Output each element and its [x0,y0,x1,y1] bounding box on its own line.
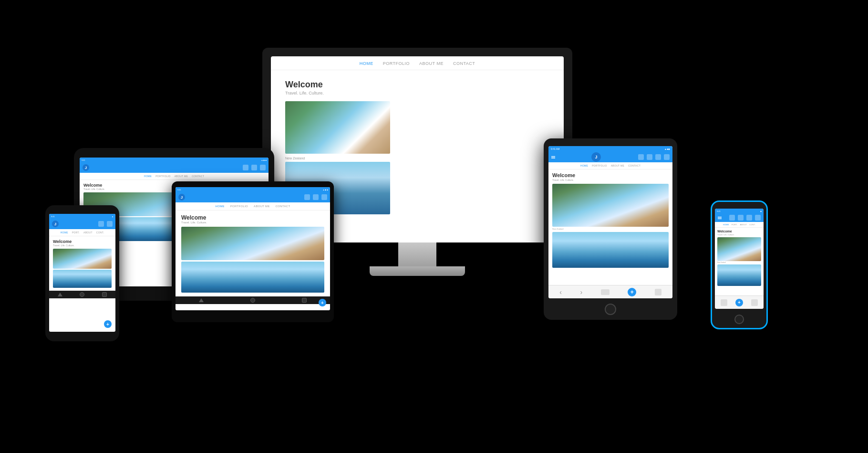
ipad-browser-bar: ‹ › + [548,285,672,298]
an-nav-home[interactable]: HOME [61,231,68,234]
ipad-more-btn[interactable] [664,154,670,160]
ipad-nav-portfolio[interactable]: PORTFOLIO [592,164,607,167]
tl-nav-portfolio[interactable]: PORTFOLIO [155,175,171,178]
iphone: 9:41 ◆ HOME PORT. [711,200,768,329]
ipad-grid-btn[interactable] [655,154,661,160]
ipad-screen-icon[interactable] [601,289,610,295]
android-status-time: 9:41 [51,215,55,218]
tablet-large-toolbar: J [80,162,269,173]
android-share-btn[interactable] [98,221,104,227]
ipad-img-2 [552,232,669,268]
tm-app-icon: J [178,194,185,200]
iphone-home-button[interactable] [734,315,744,324]
tm-img-1 [181,227,324,260]
tablet-medium-fab[interactable]: + [319,299,326,306]
iphone-nav-home[interactable]: HOME [723,223,729,226]
tm-nav-contact[interactable]: CONTACT [276,205,290,208]
iphone-hamburger-icon[interactable] [718,217,722,219]
iphone-content: Welcome Travel. Life. Culture. New Zeala… [715,228,764,288]
tm-menu-btn[interactable] [313,194,319,200]
tablet-medium-content: Welcome Travel. Life. Culture. [176,211,330,296]
scene: HOME PORTFOLIO ABOUT ME CONTACT Welcome … [0,0,868,453]
toolbar-grid-btn[interactable] [260,165,266,170]
android-toolbar: J [49,219,115,229]
iphone-tab2-btn[interactable] [738,215,744,221]
home-btn[interactable] [250,298,255,303]
iphone-add-btn[interactable]: + [735,299,743,306]
an-nav-about[interactable]: ABOUT [83,231,93,234]
android-status-bar: 9:41 ▲ [49,214,115,219]
tablet-medium-bottom-nav [176,296,330,304]
ipad-tablet: 9:41 AM ▲■◆ J H [544,138,677,320]
tm-nav-portfolio[interactable]: PORTFOLIO [230,205,248,208]
nav-portfolio[interactable]: PORTFOLIO [383,61,410,66]
iphone-browser-bar: + [715,295,764,309]
android-phone-screen-wrapper: 9:41 ▲ J HOME PORT. ABOUT CONT. Welcome [49,214,115,332]
android-recents-btn[interactable] [102,292,107,297]
toolbar-menu-btn[interactable] [251,165,257,170]
iphone-nav-portfolio[interactable]: PORT. [732,223,738,226]
ipad-share-icon[interactable] [655,289,661,295]
tm-nav-about[interactable]: ABOUT ME [254,205,270,208]
ipad-app-icon: J [591,152,601,162]
tl-nav-home[interactable]: HOME [144,175,152,178]
tablet-medium-status-bar: 9:41 ▲ ◆ ■ [176,187,330,192]
nav-contact[interactable]: CONTACT [453,61,475,66]
iphone-nav: HOME PORT. ABOUT CONT. [715,222,764,228]
ipad-nav-home[interactable]: HOME [580,164,588,167]
an-tagline: Travel. Life. Culture. [53,244,112,247]
tablet-medium-toolbar: J [176,192,330,202]
tablet-medium-nav: HOME PORTFOLIO ABOUT ME CONTACT [176,202,330,211]
ipad-forward-icon[interactable]: › [580,288,582,296]
ipad-nav-about[interactable]: ABOUT ME [611,164,624,167]
iphone-tab1-btn[interactable] [729,215,735,221]
tl-nav-about[interactable]: ABOUT ME [175,175,188,178]
ipad-share-btn[interactable] [638,154,644,160]
android-home-btn[interactable] [80,292,84,297]
iphone-tab3-btn[interactable] [746,215,752,221]
ipad-nav-contact[interactable]: CONTACT [628,164,641,167]
android-content: Welcome Travel. Life. Culture. [49,236,115,291]
tm-grid-btn[interactable] [321,194,327,200]
an-nav-portfolio[interactable]: PORT. [72,231,80,234]
android-menu-btn[interactable] [107,221,113,227]
an-nav-contact[interactable]: CONT. [96,231,104,234]
ipad-img-label: New Zealand [552,228,669,230]
ipad-tagline: Travel. Life. Culture. [552,179,669,181]
ipad-menu-btn[interactable] [647,154,652,160]
tablet-medium-screen: 9:41 ▲ ◆ ■ J HOME PORTFOLIO ABOUT ME CON… [176,187,330,310]
iphone-welcome: Welcome [717,230,761,233]
iphone-tab-icon[interactable] [721,299,727,306]
android-phone-screen: 9:41 ▲ J HOME PORT. ABOUT CONT. Welcome [49,214,115,332]
monitor-stand-base [370,266,465,276]
tl-nav-contact[interactable]: CONTACT [192,175,204,178]
ipad-back-icon[interactable]: ‹ [559,288,562,296]
tm-nav-home[interactable]: HOME [216,205,225,208]
iphone-tab4-btn[interactable] [755,215,761,221]
ipad-welcome: Welcome [552,172,669,178]
gallery-image-1 [285,101,390,154]
ipad-home-button[interactable] [605,304,616,315]
ipad-hamburger-icon[interactable] [551,156,555,158]
monitor-stand-neck [398,242,436,266]
iphone-nav-about[interactable]: ABOUT [740,223,747,226]
ipad-toolbar: J [548,152,672,162]
tm-status-time: 9:41 [177,189,181,191]
android-back-btn[interactable] [58,293,62,296]
nav-home[interactable]: HOME [360,61,373,66]
tm-share-btn[interactable] [304,194,310,200]
tablet-medium: 9:41 ▲ ◆ ■ J HOME PORTFOLIO ABOUT ME CON… [172,181,334,322]
iphone-nav-contact[interactable]: CONT. [749,223,755,226]
iphone-img-label: New Zealand [717,262,761,263]
recents-btn[interactable] [302,298,307,303]
iphone-share-icon[interactable] [751,299,758,306]
android-phone: 9:41 ▲ J HOME PORT. ABOUT CONT. Welcome [45,205,119,341]
android-fab[interactable]: + [104,320,112,328]
image-label-1: New Zealand [285,157,549,160]
toolbar-share-btn[interactable] [243,165,248,170]
nav-about[interactable]: ABOUT ME [419,61,444,66]
ipad-screen-wrapper: 9:41 AM ▲■◆ J H [548,146,672,298]
iphone-tagline: Travel. Life. Culture. [717,233,761,236]
back-btn[interactable] [199,298,204,302]
ipad-add-btn[interactable]: + [628,288,636,296]
